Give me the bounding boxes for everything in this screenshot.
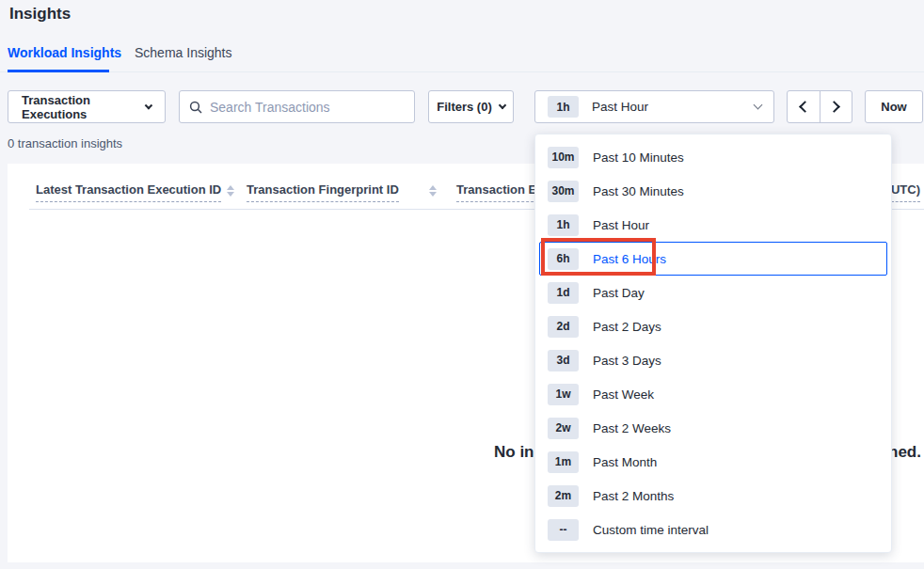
time-option-badge: 30m <box>548 181 579 202</box>
now-label: Now <box>881 100 906 114</box>
insights-page: Insights Workload Insights Schema Insigh… <box>0 0 924 569</box>
filters-button[interactable]: Filters (0) <box>428 90 514 123</box>
time-range-option[interactable]: 2m Past 2 Months <box>539 479 887 513</box>
time-range-label: Past Hour <box>592 100 648 114</box>
chevron-down-icon <box>754 101 763 110</box>
time-option-label: Past 30 Minutes <box>593 184 684 198</box>
time-range-option[interactable]: -- Custom time interval <box>539 513 887 546</box>
time-range-option[interactable]: 1w Past Week <box>539 377 887 411</box>
sort-icon[interactable] <box>226 185 234 197</box>
column-header-start-time-utc-fragment[interactable]: UTC) <box>891 182 920 202</box>
search-icon <box>189 101 202 114</box>
time-option-label: Past 2 Days <box>593 320 661 334</box>
time-range-option[interactable]: 6h Past 6 Hours <box>539 242 887 276</box>
filters-label: Filters (0) <box>437 100 492 114</box>
time-option-badge: 1d <box>548 282 579 304</box>
time-option-label: Past 2 Months <box>593 489 674 503</box>
time-range-dropdown-menu: 10m Past 10 Minutes 30m Past 30 Minutes … <box>534 134 892 553</box>
time-range-option[interactable]: 1d Past Day <box>539 276 887 309</box>
time-range-option[interactable]: 3d Past 3 Days <box>539 343 887 377</box>
time-nav-arrows <box>787 90 852 123</box>
time-range-dropdown-trigger[interactable]: 1h Past Hour <box>534 90 774 123</box>
chevron-right-icon <box>829 101 841 113</box>
time-option-label: Past 6 Hours <box>593 252 666 266</box>
chevron-down-icon <box>499 101 506 108</box>
execution-type-dropdown[interactable]: Transaction Executions <box>8 90 166 123</box>
time-option-label: Past Week <box>593 387 654 402</box>
time-range-option[interactable]: 1m Past Month <box>539 445 887 479</box>
time-option-badge: 2d <box>548 316 579 338</box>
time-range-option[interactable]: 2d Past 2 Days <box>539 309 887 343</box>
chevron-down-icon <box>145 101 152 108</box>
time-range-badge: 1h <box>548 96 579 118</box>
time-option-label: Past Hour <box>593 218 649 232</box>
now-button[interactable]: Now <box>865 90 923 123</box>
tab-workload-insights[interactable]: Workload Insights <box>8 45 121 60</box>
sort-down-icon <box>429 192 437 197</box>
time-option-label: Custom time interval <box>593 523 709 537</box>
chevron-left-icon <box>799 101 811 113</box>
execution-type-label: Transaction Executions <box>22 93 146 121</box>
page-title: Insights <box>9 5 71 24</box>
time-option-badge: -- <box>548 519 579 541</box>
time-option-badge: 2m <box>548 485 579 507</box>
time-option-badge: 10m <box>548 147 579 168</box>
time-option-label: Past Day <box>593 286 645 300</box>
time-range-option[interactable]: 1h Past Hour <box>539 208 887 242</box>
time-option-label: Past 10 Minutes <box>593 150 684 165</box>
search-box <box>179 90 415 123</box>
insights-count: 0 transaction insights <box>8 136 122 150</box>
column-header-transaction-execution[interactable]: Transaction Ex <box>456 182 543 202</box>
time-option-badge: 1w <box>548 384 579 405</box>
sort-up-icon <box>429 185 437 190</box>
time-option-badge: 1h <box>548 214 579 236</box>
time-range-option[interactable]: 10m Past 10 Minutes <box>539 140 887 174</box>
active-tab-underline <box>8 70 109 72</box>
time-option-badge: 3d <box>548 350 579 371</box>
time-option-badge: 6h <box>548 248 579 270</box>
sort-icon[interactable] <box>428 185 437 197</box>
previous-time-button[interactable] <box>788 91 820 122</box>
empty-state-text-left: No in <box>494 443 534 462</box>
time-range-option[interactable]: 30m Past 30 Minutes <box>539 174 887 208</box>
search-input[interactable] <box>210 100 405 115</box>
time-option-badge: 1m <box>548 451 579 473</box>
time-option-label: Past Month <box>593 455 657 469</box>
time-option-label: Past 2 Weeks <box>593 421 671 435</box>
sort-up-icon <box>227 185 234 190</box>
column-header-transaction-fingerprint-id[interactable]: Transaction Fingerprint ID <box>247 182 399 202</box>
next-time-button[interactable] <box>820 91 852 122</box>
empty-state-text-right: ned. <box>888 443 921 462</box>
time-option-badge: 2w <box>548 418 579 439</box>
time-option-label: Past 3 Days <box>593 354 661 368</box>
sort-down-icon <box>227 192 234 197</box>
tab-schema-insights[interactable]: Schema Insights <box>135 45 232 60</box>
tab-bar: Workload Insights Schema Insights <box>0 42 924 72</box>
column-header-latest-transaction-execution-id[interactable]: Latest Transaction Execution ID <box>36 182 221 202</box>
time-range-option[interactable]: 2w Past 2 Weeks <box>539 411 887 445</box>
